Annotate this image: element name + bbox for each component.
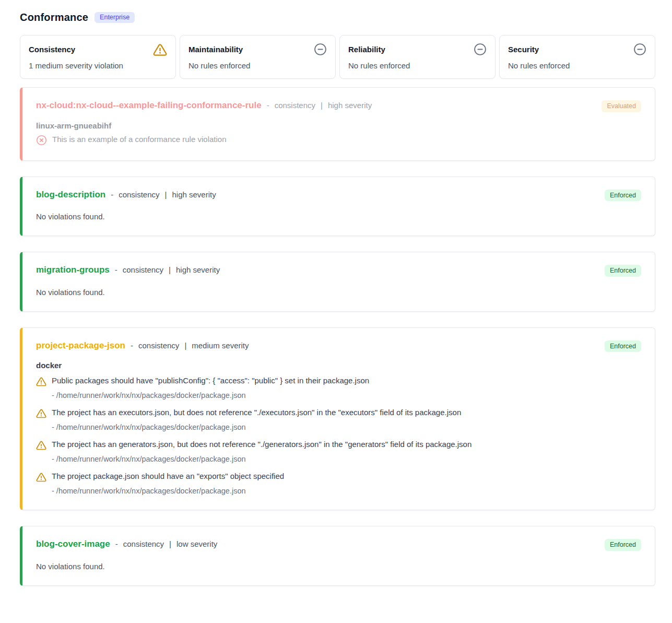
- warning-triangle-icon: [153, 43, 167, 57]
- violation-message: Public packages should have "publishConf…: [52, 376, 369, 385]
- rule-category: consistency: [275, 101, 315, 110]
- rule-card-project-package-json: project-package-json - consistency | med…: [20, 327, 655, 511]
- meta-dash: -: [111, 190, 113, 199]
- no-violations-text: No violations found.: [36, 212, 641, 221]
- summary-card-security: Security No rules enforced: [499, 35, 655, 79]
- summary-card-row: Consistency 1 medium severity violation …: [20, 35, 655, 79]
- minus-circle-icon: [314, 43, 327, 56]
- enforced-badge: Enforced: [605, 340, 641, 352]
- rule-severity: medium severity: [192, 341, 249, 350]
- enterprise-badge: Enterprise: [95, 12, 135, 23]
- rule-card-migration-groups: migration-groups - consistency | high se…: [20, 252, 655, 312]
- conformance-page: Conformance Enterprise Consistency 1 med…: [0, 0, 672, 622]
- rule-card-blog-cover-image: blog-cover-image - consistency | low sev…: [20, 526, 655, 586]
- rule-category: consistency: [123, 265, 163, 274]
- violation-message: The project has an generators.json, but …: [52, 440, 471, 449]
- summary-card-status: No rules enforced: [508, 61, 646, 70]
- project-name: docker: [36, 361, 641, 370]
- meta-pipe: |: [169, 265, 171, 274]
- meta-pipe: |: [169, 539, 171, 548]
- meta-pipe: |: [184, 341, 186, 350]
- rule-severity: high severity: [328, 101, 372, 110]
- summary-card-status: No rules enforced: [188, 61, 327, 70]
- meta-dash: -: [131, 341, 133, 350]
- summary-card-maintainability: Maintainability No rules enforced: [180, 35, 336, 79]
- rule-name-link[interactable]: project-package-json: [36, 340, 125, 351]
- x-circle-icon: [36, 135, 47, 146]
- enforced-badge: Enforced: [605, 190, 641, 202]
- violation-item: The project package.json should have an …: [36, 472, 641, 495]
- warning-triangle-icon: [36, 472, 46, 483]
- violation-message: The project package.json should have an …: [52, 472, 284, 480]
- rule-category: consistency: [119, 190, 159, 199]
- rule-severity: high severity: [176, 265, 220, 274]
- meta-pipe: |: [165, 190, 167, 199]
- violation-list: Public packages should have "publishConf…: [36, 376, 641, 495]
- summary-card-title: Maintainability: [188, 43, 243, 54]
- violation-path: - /home/runner/work/nx/nx/packages/docke…: [52, 391, 641, 399]
- violation-item: Public packages should have "publishConf…: [36, 376, 641, 399]
- no-violations-text: No violations found.: [36, 562, 641, 571]
- meta-dash: -: [115, 539, 118, 548]
- rule-severity: high severity: [172, 190, 216, 199]
- summary-card-status: No rules enforced: [348, 61, 487, 70]
- summary-card-title: Security: [508, 43, 539, 54]
- rule-card-blog-description: blog-description - consistency | high se…: [20, 177, 655, 237]
- violation-item: The project has an executors.json, but d…: [36, 408, 641, 431]
- meta-pipe: |: [321, 101, 323, 110]
- project-name: linux-arm-gnueabihf: [36, 121, 641, 130]
- rule-severity: low severity: [176, 539, 217, 548]
- violation-path: - /home/runner/work/nx/nx/packages/docke…: [52, 423, 641, 431]
- meta-dash: -: [267, 101, 269, 110]
- violation-path: - /home/runner/work/nx/nx/packages/docke…: [52, 455, 641, 463]
- no-violations-text: No violations found.: [36, 288, 641, 297]
- warning-triangle-icon: [36, 408, 46, 419]
- violation-message: This is an example of a conformance rule…: [52, 135, 227, 144]
- enforced-badge: Enforced: [605, 539, 641, 551]
- rule-name-link[interactable]: blog-description: [36, 190, 105, 200]
- evaluated-badge: Evaluated: [602, 100, 641, 112]
- summary-card-title: Consistency: [29, 43, 75, 54]
- rule-name-link[interactable]: blog-cover-image: [36, 539, 110, 549]
- page-title: Conformance: [20, 11, 88, 23]
- summary-card-reliability: Reliability No rules enforced: [339, 35, 496, 79]
- violation-item: The project has an generators.json, but …: [36, 440, 641, 463]
- rule-card-example-failing-conformance-rule: nx-cloud:nx-cloud--example-failing-confo…: [20, 87, 655, 161]
- minus-circle-icon: [474, 43, 487, 56]
- summary-card-status: 1 medium severity violation: [29, 61, 167, 70]
- violation-message: The project has an executors.json, but d…: [52, 408, 461, 417]
- violation-path: - /home/runner/work/nx/nx/packages/docke…: [52, 487, 641, 495]
- rule-name-link[interactable]: nx-cloud:nx-cloud--example-failing-confo…: [36, 100, 262, 111]
- summary-card-consistency: Consistency 1 medium severity violation: [20, 35, 176, 79]
- enforced-badge: Enforced: [605, 265, 641, 277]
- page-header: Conformance Enterprise: [20, 11, 655, 23]
- rule-name-link[interactable]: migration-groups: [36, 265, 110, 275]
- warning-triangle-icon: [36, 377, 46, 387]
- rule-category: consistency: [123, 539, 164, 548]
- warning-triangle-icon: [36, 440, 46, 451]
- summary-card-title: Reliability: [348, 43, 385, 54]
- meta-dash: -: [115, 265, 117, 274]
- minus-circle-icon: [633, 43, 646, 56]
- rule-category: consistency: [138, 341, 179, 350]
